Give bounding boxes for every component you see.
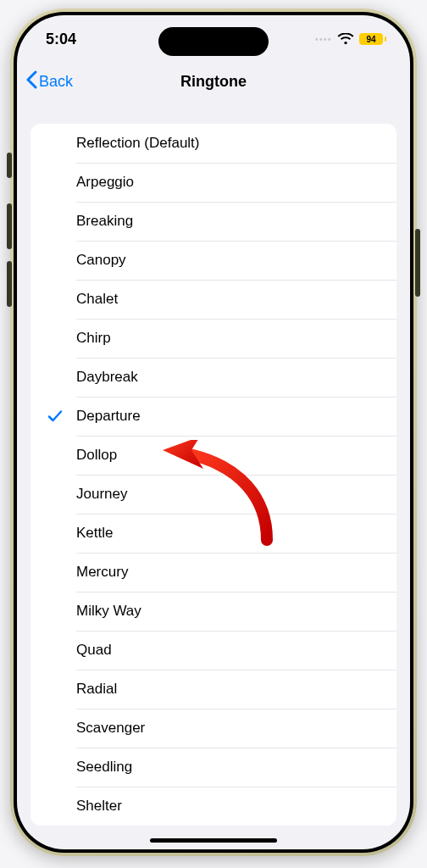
ringtone-label: Shelter xyxy=(76,798,122,815)
ringtone-row[interactable]: Mercury xyxy=(30,553,396,592)
nav-bar: Back Ringtone xyxy=(17,63,410,100)
ringtone-label: Radial xyxy=(76,681,117,698)
dynamic-island xyxy=(158,27,269,56)
ringtone-list: Reflection (Default)ArpeggioBreakingCano… xyxy=(30,124,396,826)
phone-frame: 5:04 •••• 94 Back Ringtone xyxy=(10,8,417,856)
back-button[interactable]: Back xyxy=(25,63,73,100)
ringtone-label: Seedling xyxy=(76,759,132,776)
ringtone-label: Scavenger xyxy=(76,720,145,737)
ringtone-label: Reflection (Default) xyxy=(76,135,200,152)
ringtone-row[interactable]: Daybreak xyxy=(30,358,396,397)
ringtone-row[interactable]: Journey xyxy=(30,475,396,514)
volume-down-button xyxy=(7,261,12,307)
ringtone-label: Arpeggio xyxy=(76,174,134,191)
battery-level: 94 xyxy=(366,35,375,44)
ringtone-row[interactable]: Departure xyxy=(30,397,396,436)
ringtone-row[interactable]: Arpeggio xyxy=(30,163,396,202)
ringtone-label: Canopy xyxy=(76,252,126,269)
ringtone-row[interactable]: Radial xyxy=(30,670,396,709)
ringtone-label: Kettle xyxy=(76,525,113,542)
ringtone-row[interactable]: Chirp xyxy=(30,319,396,358)
ringtone-label: Chirp xyxy=(76,330,111,347)
status-time: 5:04 xyxy=(46,31,76,48)
ringtone-row[interactable]: Scavenger xyxy=(30,709,396,748)
ringtone-label: Departure xyxy=(76,408,141,425)
ringtone-label: Milky Way xyxy=(76,603,141,620)
ringtone-label: Breaking xyxy=(76,213,133,230)
battery-icon: 94 xyxy=(359,33,386,45)
back-label: Back xyxy=(39,73,73,91)
wifi-icon xyxy=(337,33,354,45)
ringtone-row[interactable]: Milky Way xyxy=(30,592,396,631)
ringtone-row[interactable]: Breaking xyxy=(30,202,396,241)
ringtone-row[interactable]: Seedling xyxy=(30,748,396,787)
ringtone-label: Mercury xyxy=(76,564,128,581)
ringtone-row[interactable]: Kettle xyxy=(30,514,396,553)
checkmark-icon xyxy=(47,409,63,423)
ringtone-row[interactable]: Chalet xyxy=(30,280,396,319)
ringtone-label: Chalet xyxy=(76,291,118,308)
screen: 5:04 •••• 94 Back Ringtone xyxy=(17,15,410,849)
ringtone-row[interactable]: Quad xyxy=(30,631,396,670)
ringtone-label: Daybreak xyxy=(76,369,138,386)
ringtone-row[interactable]: Reflection (Default) xyxy=(30,124,396,163)
cellular-placeholder-icon: •••• xyxy=(315,35,332,44)
ringtone-label: Quad xyxy=(76,642,112,659)
ringtone-row[interactable]: Dollop xyxy=(30,436,396,475)
chevron-left-icon xyxy=(25,70,37,93)
mute-switch xyxy=(7,153,12,178)
ringtone-row[interactable]: Shelter xyxy=(30,787,396,826)
ringtone-row[interactable]: Canopy xyxy=(30,241,396,280)
power-button xyxy=(415,229,420,297)
ringtone-label: Journey xyxy=(76,486,127,503)
ringtone-label: Dollop xyxy=(76,447,117,464)
page-title: Ringtone xyxy=(180,73,247,91)
volume-up-button xyxy=(7,203,12,249)
home-indicator xyxy=(150,838,277,843)
